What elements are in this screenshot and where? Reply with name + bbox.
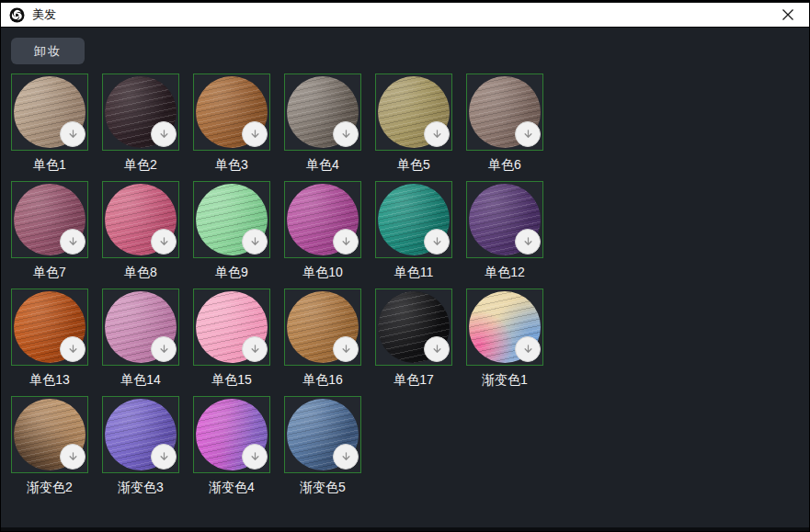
download-button[interactable]: [60, 229, 86, 255]
hair-color-tile[interactable]: [11, 74, 88, 151]
swatch-cell: 单色2: [102, 74, 179, 181]
hair-color-tile[interactable]: [375, 74, 452, 151]
hair-color-tile[interactable]: [102, 181, 179, 258]
download-arrow-icon: [157, 343, 171, 357]
close-icon: [781, 8, 794, 21]
download-button[interactable]: [333, 121, 359, 147]
download-button[interactable]: [333, 444, 359, 470]
swatch-cell: 单色3: [193, 74, 270, 181]
download-button[interactable]: [424, 121, 450, 147]
hair-color-tile[interactable]: [375, 181, 452, 258]
close-button[interactable]: [775, 4, 801, 26]
swatch-cell: 单色8: [102, 181, 179, 289]
titlebar: 美发: [0, 3, 810, 28]
download-arrow-icon: [66, 235, 80, 249]
swatch-label: 单色16: [284, 372, 361, 388]
download-arrow-icon: [248, 343, 262, 357]
swatch-label: 单色6: [466, 157, 543, 173]
swatch-cell: 单色10: [284, 181, 361, 289]
swatch-label: 单色11: [375, 265, 452, 280]
swatch-cell: 渐变色2: [11, 396, 88, 504]
download-button[interactable]: [424, 229, 450, 255]
download-arrow-icon: [521, 235, 535, 249]
hair-color-tile[interactable]: [193, 396, 270, 473]
swatch-cell: 单色6: [466, 74, 543, 181]
hair-color-tile[interactable]: [102, 74, 179, 151]
download-button[interactable]: [60, 121, 86, 147]
swatch-label: 渐变色2: [11, 480, 88, 495]
download-arrow-icon: [339, 343, 353, 357]
swatch-label: 单色17: [375, 372, 452, 388]
obs-logo-icon: [9, 7, 25, 23]
swatch-cell: 单色15: [193, 289, 270, 396]
bottom-edge-strip: [0, 527, 810, 532]
download-button[interactable]: [515, 336, 541, 362]
swatch-label: 单色8: [102, 265, 179, 280]
hair-color-tile[interactable]: [375, 289, 452, 366]
download-arrow-icon: [521, 128, 535, 141]
hair-color-tile[interactable]: [284, 74, 361, 151]
hair-color-tile[interactable]: [11, 289, 88, 366]
swatch-cell: 渐变色5: [284, 396, 361, 504]
hair-color-tile[interactable]: [466, 74, 543, 151]
download-button[interactable]: [60, 336, 86, 362]
download-arrow-icon: [248, 235, 262, 249]
hair-color-tile[interactable]: [284, 396, 361, 473]
download-arrow-icon: [339, 450, 353, 464]
swatch-label: 单色4: [284, 157, 361, 173]
download-button[interactable]: [151, 444, 177, 470]
swatch-cell: 单色11: [375, 181, 452, 289]
download-button[interactable]: [242, 121, 268, 147]
download-button[interactable]: [515, 121, 541, 147]
swatch-cell: 单色7: [11, 181, 88, 289]
swatch-label: 单色1: [11, 157, 88, 173]
download-button[interactable]: [151, 121, 177, 147]
download-button[interactable]: [242, 229, 268, 255]
download-arrow-icon: [66, 343, 80, 357]
download-arrow-icon: [66, 128, 80, 141]
download-arrow-icon: [248, 128, 262, 141]
download-arrow-icon: [157, 128, 171, 141]
download-arrow-icon: [157, 235, 171, 249]
download-button[interactable]: [242, 444, 268, 470]
hair-color-tile[interactable]: [102, 396, 179, 473]
hair-color-tile[interactable]: [284, 181, 361, 258]
download-button[interactable]: [424, 336, 450, 362]
download-button[interactable]: [151, 229, 177, 255]
hair-color-tile[interactable]: [284, 289, 361, 366]
remove-makeup-button[interactable]: 卸妆: [11, 38, 85, 64]
swatch-cell: 渐变色1: [466, 289, 543, 396]
download-arrow-icon: [339, 235, 353, 249]
swatch-cell: 渐变色3: [102, 396, 179, 504]
swatch-cell: 单色5: [375, 74, 452, 181]
hair-color-tile[interactable]: [11, 181, 88, 258]
swatch-cell: 单色9: [193, 181, 270, 289]
swatch-label: 单色10: [284, 265, 361, 280]
hair-color-tile[interactable]: [466, 289, 543, 366]
window-title: 美发: [32, 6, 56, 23]
download-button[interactable]: [333, 336, 359, 362]
swatch-label: 渐变色5: [284, 480, 361, 495]
hair-color-tile[interactable]: [11, 396, 88, 473]
swatch-cell: 单色17: [375, 289, 452, 396]
hair-color-tile[interactable]: [193, 74, 270, 151]
swatch-label: 单色9: [193, 265, 270, 280]
download-button[interactable]: [151, 336, 177, 362]
swatch-cell: 单色4: [284, 74, 361, 181]
hair-color-tile[interactable]: [102, 289, 179, 366]
swatch-cell: 单色13: [11, 289, 88, 396]
swatch-label: 单色2: [102, 157, 179, 173]
swatch-cell: 单色12: [466, 181, 543, 289]
download-arrow-icon: [521, 343, 535, 357]
download-button[interactable]: [333, 229, 359, 255]
download-button[interactable]: [60, 444, 86, 470]
hair-color-tile[interactable]: [193, 181, 270, 258]
hair-color-tile[interactable]: [466, 181, 543, 258]
download-button[interactable]: [242, 336, 268, 362]
swatch-label: 单色3: [193, 157, 270, 173]
hair-color-tile[interactable]: [193, 289, 270, 366]
download-button[interactable]: [515, 229, 541, 255]
download-arrow-icon: [66, 450, 80, 464]
swatch-grid: 单色1 单色2 单色3: [11, 74, 543, 504]
swatch-label: 单色15: [193, 372, 270, 388]
